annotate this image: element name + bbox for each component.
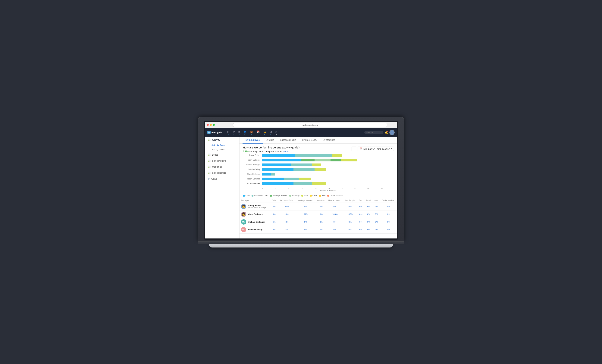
new-accounts-val: 100% <box>327 210 343 218</box>
nav-security[interactable]: 🔒 <box>261 130 268 135</box>
search-input[interactable] <box>364 131 383 134</box>
employee-cell: MS Michael Sullinger <box>239 218 270 226</box>
notification-button[interactable]: 🔔 <box>385 131 388 134</box>
close-button[interactable] <box>207 124 209 126</box>
nav-lists[interactable]: ≡ <box>237 130 241 135</box>
meetings-legend-label: Meetings <box>292 195 300 197</box>
dashboard-icon: ⊞ <box>227 130 229 134</box>
back-button[interactable]: ‹ <box>217 123 220 127</box>
successful-segment <box>271 173 275 176</box>
nav-right: 🔔 <box>364 130 395 135</box>
data-table: Employee Calls Successful Calls Meetings… <box>239 198 397 234</box>
tab-successful-calls[interactable]: Successful calls <box>277 137 299 144</box>
sidebar: 📊 Activity Activity Goals Activity Ratio… <box>205 137 239 239</box>
calls-val: 3% <box>270 210 278 218</box>
date-range-button[interactable]: 📅 April 1, 2017 - June 30, 2017 ▾ <box>358 146 394 151</box>
contacts-icon: ◎ <box>233 130 235 134</box>
nav-dot <box>244 134 245 135</box>
x-tick: 25 <box>328 187 341 189</box>
pipeline-icon: 📊 <box>208 160 211 162</box>
successful-segment <box>284 177 299 180</box>
tab-by-employee[interactable]: By Employee <box>243 137 263 144</box>
expand-button[interactable]: ⤢ <box>352 146 356 151</box>
legend-meetings-planned: Meetings planned <box>270 195 288 197</box>
user-avatar[interactable] <box>389 130 395 135</box>
successful-segment <box>293 182 312 185</box>
employee-details: Nattaly Christy <box>248 229 262 231</box>
employee-info: MS Michael Sullinger <box>241 219 269 225</box>
x-tick: 5 <box>275 187 288 189</box>
meetings-planned-val: 0% <box>296 218 315 226</box>
successful-calls-legend-dot <box>252 195 253 197</box>
bar-label: Nattaly Christy <box>243 168 262 170</box>
col-new-people: New People <box>343 198 357 203</box>
sidebar-item-leads[interactable]: 📊 Leads <box>205 152 239 158</box>
calls-segment <box>262 159 301 161</box>
nav-email[interactable]: ✉ <box>268 130 273 135</box>
tab-by-meet-schd[interactable]: By Meet Schd. <box>299 137 320 144</box>
sidebar-label-leads: Leads <box>212 154 218 156</box>
bar-track <box>262 159 394 161</box>
meetings-planned-val: 0% <box>296 226 315 233</box>
sidebar-item-sales-results[interactable]: 📊 Sales Results <box>205 170 239 176</box>
employee-cell: 👨 Jimmy Parker Senior Sales Manager <box>239 203 270 210</box>
maximize-button[interactable] <box>213 124 215 126</box>
nav-dot <box>258 134 258 135</box>
nav-calendar[interactable]: 📅 <box>255 130 261 135</box>
minimize-button[interactable] <box>210 124 212 126</box>
screen-bezel: ‹ › my.teamgate.com tg teamgate <box>204 121 398 239</box>
goals-link[interactable]: goals <box>283 150 289 153</box>
employee-details: Michael Sullinger <box>248 221 265 223</box>
nav-sales[interactable]: 💼 <box>248 130 255 135</box>
browser-chrome: ‹ › my.teamgate.com <box>205 122 397 128</box>
meetings-planned-val: 0% <box>296 203 315 210</box>
bar-track <box>262 164 394 166</box>
employee-info: 👩 Marry Sullinger <box>241 212 269 217</box>
x-tick: 15 <box>301 187 314 189</box>
sidebar-item-activity[interactable]: 📊 Activity <box>205 137 239 143</box>
tab-by-calls[interactable]: By Calls <box>263 137 277 144</box>
successful-segment <box>291 164 312 166</box>
alert-legend-dot <box>319 195 321 197</box>
sidebar-item-goals[interactable]: ⚙ Goals <box>205 176 239 182</box>
nav-people[interactable]: 👤 <box>242 130 248 135</box>
col-new-accounts: New Accounts <box>327 198 343 203</box>
forward-button[interactable]: › <box>221 123 223 127</box>
successful-calls-val: 8% <box>278 210 296 218</box>
email-val: 0% <box>365 210 373 218</box>
alert-val: 0% <box>373 226 380 233</box>
report-subtitle: 13% average team progress toward goals <box>243 150 300 153</box>
sidebar-item-sales-pipeline[interactable]: 📊 Sales Pipeline <box>205 158 239 164</box>
email-legend-label: Email <box>312 195 317 197</box>
security-icon: 🔒 <box>263 130 266 134</box>
address-bar[interactable]: my.teamgate.com <box>233 123 388 127</box>
sidebar-item-marketing[interactable]: 📊 Marketing <box>205 164 239 170</box>
successful-segment <box>295 154 332 157</box>
onsite-val: 0% <box>380 203 397 210</box>
task-segment <box>299 177 311 180</box>
table-row: NC Nattaly Christy 2% 6% <box>239 226 397 233</box>
sidebar-item-activity-ratios[interactable]: Activity Ratios <box>205 147 239 152</box>
nav-contacts[interactable]: ◎ <box>231 130 236 135</box>
date-range-text: April 1, 2017 - June 30, 2017 <box>363 148 390 150</box>
browser-nav: ‹ › <box>217 123 224 127</box>
task-legend-dot <box>301 195 303 197</box>
chevron-down-icon: ▾ <box>391 147 392 150</box>
calls-segment <box>262 173 271 176</box>
calendar-icon: 📅 <box>257 130 260 134</box>
tab-by-meetings[interactable]: By Meetings <box>320 137 338 144</box>
employee-cell: NC Nattaly Christy <box>239 226 270 233</box>
successful-calls-val: 14% <box>278 203 296 210</box>
nav-reports[interactable]: ⊙ <box>274 130 279 135</box>
legend-onsite: Onsite seminar <box>327 195 343 197</box>
onsite-val: 0% <box>380 210 397 218</box>
email-val: 0% <box>365 218 373 226</box>
nav-dot <box>270 134 271 135</box>
alert-val: 0% <box>373 210 380 218</box>
sidebar-item-activity-goals[interactable]: Activity Goals <box>205 143 239 147</box>
x-tick: 45 <box>381 187 394 189</box>
laptop-base <box>209 244 393 248</box>
meetings-planned-legend-dot <box>270 195 272 197</box>
calls-segment <box>262 182 293 185</box>
nav-dashboard[interactable]: ⊞ <box>226 130 231 135</box>
